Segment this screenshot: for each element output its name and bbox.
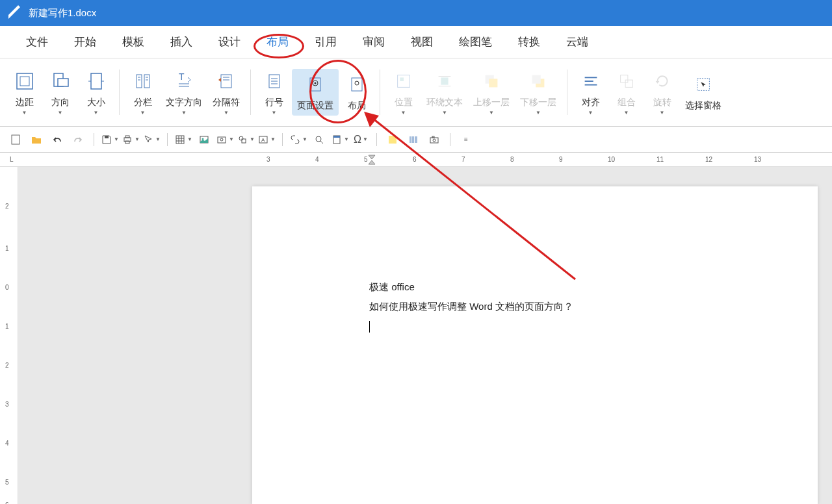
document-page[interactable]: 极速 office 如何使用极速写作调整 Word 文档的页面方向？: [252, 186, 818, 504]
print-button[interactable]: ▼: [122, 131, 140, 149]
align-button[interactable]: 对齐▼: [573, 66, 608, 120]
indent-marker-icon[interactable]: [367, 154, 376, 166]
svg-text:A: A: [261, 137, 265, 143]
new-button[interactable]: [6, 131, 25, 149]
bring-forward-button[interactable]: 上移一层▼: [468, 66, 515, 120]
size-icon: [84, 69, 108, 93]
send-backward-button[interactable]: 下移一层▼: [515, 66, 562, 120]
selection-pane-button[interactable]: 选择窗格: [680, 69, 727, 116]
tab-insert[interactable]: 插入: [157, 29, 205, 55]
open-button[interactable]: [27, 131, 46, 149]
text-direction-button[interactable]: T 文字方向▼: [161, 66, 207, 120]
svg-point-25: [315, 82, 317, 84]
cursor-button[interactable]: ▼: [142, 131, 161, 149]
ribbon-separator: [119, 69, 120, 115]
svg-point-57: [239, 136, 243, 140]
image-button[interactable]: [195, 131, 213, 149]
chevron-down-icon: ▼: [22, 110, 27, 116]
tab-cloud[interactable]: 云端: [553, 29, 601, 55]
chevron-down-icon: ▼: [624, 110, 629, 116]
symbol-button[interactable]: Ω▼: [352, 131, 370, 149]
margins-button[interactable]: 边距▼: [6, 66, 42, 120]
titlebar: 新建写作1.docx: [0, 0, 832, 26]
svg-rect-41: [625, 80, 632, 87]
tab-layout[interactable]: 布局: [254, 29, 302, 55]
svg-rect-3: [58, 79, 68, 86]
document-line: 极速 office: [369, 277, 701, 297]
line-numbers-icon: [263, 69, 286, 93]
redo-button[interactable]: [69, 131, 87, 149]
ruler-vertical: 2 1 0 1 2 3 4 5 6: [0, 167, 18, 504]
link-button[interactable]: ▼: [289, 131, 307, 149]
barcode-button[interactable]: [404, 131, 422, 149]
rotate-icon: [651, 69, 674, 93]
svg-rect-43: [12, 135, 20, 144]
ribbon-separator: [250, 69, 251, 115]
tab-convert[interactable]: 转换: [505, 29, 553, 55]
textbox-button[interactable]: A▼: [257, 131, 276, 149]
svg-point-56: [220, 138, 223, 141]
screenshot-button[interactable]: ▼: [216, 131, 234, 149]
save-button[interactable]: ▼: [101, 131, 119, 149]
camera-button[interactable]: [425, 131, 443, 149]
tab-review[interactable]: 审阅: [350, 29, 398, 55]
header-button[interactable]: ▼: [331, 131, 349, 149]
tab-draw[interactable]: 绘图笔: [446, 29, 505, 55]
svg-rect-48: [176, 136, 184, 144]
chevron-down-icon: ▼: [588, 110, 593, 116]
orientation-button[interactable]: 方向▼: [42, 66, 78, 120]
chevron-down-icon: ▼: [536, 110, 541, 116]
line-numbers-button[interactable]: 行号▼: [256, 66, 292, 120]
svg-rect-73: [432, 136, 434, 138]
page-setup-button[interactable]: 页面设置: [292, 69, 339, 116]
svg-rect-4: [91, 73, 101, 89]
svg-rect-7: [136, 75, 142, 88]
breaks-button[interactable]: 分隔符▼: [207, 66, 245, 120]
group-button[interactable]: 组合▼: [608, 66, 644, 120]
undo-button[interactable]: [48, 131, 66, 149]
columns-button[interactable]: 分栏▼: [125, 66, 161, 120]
tab-reference[interactable]: 引用: [302, 29, 350, 55]
send-backward-icon: [526, 69, 550, 93]
svg-rect-16: [221, 75, 231, 88]
shapes-button[interactable]: ▼: [237, 131, 255, 149]
more-button[interactable]: ≡: [457, 131, 475, 149]
tab-design[interactable]: 设计: [205, 29, 254, 55]
svg-point-72: [433, 139, 436, 142]
svg-point-27: [355, 81, 359, 85]
document-canvas[interactable]: 极速 office 如何使用极速写作调整 Word 文档的页面方向？: [18, 167, 832, 504]
tab-home[interactable]: 开始: [61, 29, 109, 55]
rotate-button[interactable]: 旋转▼: [644, 66, 680, 120]
margins-icon: [13, 69, 36, 93]
svg-rect-64: [333, 136, 340, 138]
svg-rect-44: [105, 136, 109, 138]
tab-view[interactable]: 视图: [398, 29, 446, 55]
document-filename: 新建写作1.docx: [29, 7, 96, 19]
find-button[interactable]: [310, 131, 328, 149]
svg-rect-1: [20, 77, 29, 86]
tab-file[interactable]: 文件: [13, 29, 61, 55]
svg-rect-40: [620, 75, 627, 82]
note-button[interactable]: [384, 131, 402, 149]
chevron-down-icon: ▼: [442, 110, 447, 116]
orientation-icon: [49, 69, 72, 93]
chevron-down-icon: ▼: [224, 110, 229, 116]
svg-line-62: [320, 141, 323, 144]
svg-rect-29: [400, 77, 404, 81]
align-icon: [579, 69, 603, 93]
tab-template[interactable]: 模板: [109, 29, 157, 55]
svg-rect-8: [144, 75, 150, 88]
menubar: 文件 开始 模板 插入 设计 布局 引用 审阅 视图 绘图笔 转换 云端: [0, 26, 832, 58]
chevron-down-icon: ▼: [660, 110, 665, 116]
chevron-down-icon: ▼: [94, 110, 99, 116]
size-button[interactable]: 大小▼: [78, 66, 114, 120]
table-button[interactable]: ▼: [174, 131, 192, 149]
svg-rect-46: [125, 136, 129, 138]
position-icon: [392, 69, 415, 93]
layout-button[interactable]: 布局: [339, 69, 374, 116]
text-direction-icon: T: [172, 69, 196, 93]
wrap-text-button[interactable]: 环绕文本▼: [421, 66, 468, 120]
chevron-down-icon: ▼: [181, 110, 187, 116]
ribbon: 边距▼ 方向▼ 大小▼ 分栏▼ T 文字方向▼ 分隔符▼ 行号▼ 页面设置 布局…: [0, 58, 832, 127]
position-button[interactable]: 位置▼: [385, 66, 421, 120]
